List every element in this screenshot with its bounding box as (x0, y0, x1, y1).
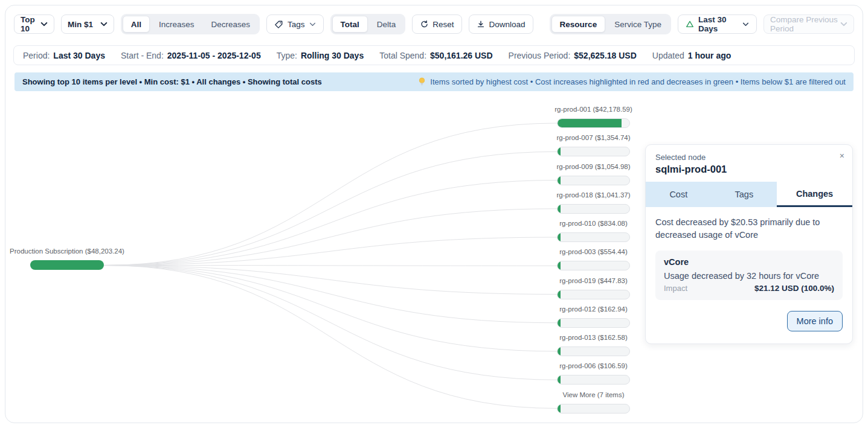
chart-node-label: rg-prod-018 ($1,041.37) (556, 191, 630, 199)
change-filter-toggle: All Increases Decreases (121, 14, 260, 34)
chart-node-fill (558, 290, 561, 299)
close-icon[interactable]: × (840, 152, 844, 160)
banner-hint: Items sorted by highest cost • Cost incr… (418, 77, 846, 86)
chart-node-bar[interactable] (557, 147, 630, 156)
chart-node-label: rg-prod-012 ($162.94) (559, 305, 628, 313)
filter-increases-option[interactable]: Increases (151, 16, 202, 33)
chart-node[interactable]: View More (7 items) (557, 404, 630, 414)
chart-node[interactable]: rg-prod-012 ($162.94) (557, 318, 630, 328)
lightbulb-icon (418, 77, 426, 86)
info-banner: Showing top 10 items per level • Min cos… (14, 72, 854, 91)
panel-header: Selected node sqlmi-prod-001 × (646, 145, 852, 182)
min-cost-select[interactable]: Min $1 (61, 14, 114, 34)
panel-tab-bar: Cost Tags Changes (646, 182, 852, 207)
chart-node-bar[interactable] (557, 176, 630, 185)
compare-value: Compare Previous Period (770, 15, 840, 33)
filter-decreases-option[interactable]: Decreases (203, 16, 258, 33)
type-item: Type: Rolling 30 Days (277, 51, 364, 60)
chart-node-bar[interactable] (557, 375, 630, 385)
chart-node-fill (558, 176, 561, 185)
root-node-bar[interactable] (30, 260, 104, 270)
filter-all-option[interactable]: All (123, 16, 150, 33)
total-spend-item: Total Spend: $50,161.26 USD (379, 51, 492, 60)
chart-node-label: rg-prod-019 ($447.83) (559, 277, 628, 284)
root-node-label: Production Subscription ($48,203.24) (10, 248, 124, 255)
impact-row: Impact $21.12 USD (100.0%) (664, 284, 834, 293)
updated-item: Updated 1 hour ago (652, 51, 731, 60)
chart-node-fill (558, 319, 561, 327)
start-end-item: Start - End: 2025-11-05 - 2025-12-05 (121, 51, 261, 60)
top-n-select[interactable]: Top 10 (14, 14, 54, 34)
compare-previous-period-select[interactable]: Compare Previous Period (764, 14, 854, 34)
reset-icon (420, 20, 428, 28)
panel-body: Cost decreased by $20.53 primarily due t… (646, 207, 852, 343)
chart-node-label: rg-prod-007 ($1,354.74) (556, 134, 630, 141)
selected-node-label: Selected node (655, 153, 843, 162)
total-spend-value: $50,161.26 USD (430, 51, 493, 60)
total-option[interactable]: Total (332, 16, 368, 33)
tab-cost[interactable]: Cost (646, 182, 712, 207)
chart-node[interactable]: rg-prod-001 ($42,178.59) (557, 118, 630, 128)
period-label: Last 30 Days (698, 15, 738, 33)
chart-node-fill (558, 147, 561, 156)
chart-node[interactable]: rg-prod-009 ($1,054.98) (557, 176, 630, 185)
chart-node-bar[interactable] (557, 290, 630, 299)
type-value: Rolling 30 Days (301, 51, 364, 60)
chart-node-bar[interactable] (557, 232, 630, 242)
chart-node[interactable]: rg-prod-018 ($1,041.37) (557, 204, 630, 214)
chevron-down-icon (840, 21, 847, 28)
more-info-button[interactable]: More info (787, 311, 843, 331)
selected-node-name: sqlmi-prod-001 (655, 164, 843, 175)
tab-changes[interactable]: Changes (777, 182, 852, 207)
chart-node-label: rg-prod-010 ($834.08) (559, 220, 628, 227)
chart-node[interactable]: rg-prod-006 ($106.59) (557, 375, 630, 385)
start-end-value: 2025-11-05 - 2025-12-05 (167, 51, 261, 60)
chart-node[interactable]: rg-prod-007 ($1,354.74) (557, 147, 630, 156)
change-metric-title: vCore (664, 257, 834, 267)
impact-value: $21.12 USD (100.0%) (754, 284, 834, 293)
total-delta-toggle: Total Delta (330, 14, 406, 34)
resource-option[interactable]: Resource (551, 16, 606, 33)
type-label: Type: (277, 51, 297, 60)
tag-icon (274, 20, 283, 29)
service-type-option[interactable]: Service Type (606, 16, 669, 33)
group-by-toggle: Resource Service Type (550, 14, 671, 34)
download-icon (477, 20, 485, 28)
chart-node-bar[interactable] (557, 347, 630, 356)
chart-node-bar[interactable] (557, 118, 630, 128)
chevron-down-icon (309, 21, 316, 28)
delta-triangle-icon (686, 20, 694, 28)
chart-node-bar[interactable] (557, 204, 630, 214)
chart-node[interactable]: rg-prod-010 ($834.08) (557, 232, 630, 242)
tags-dropdown-button[interactable]: Tags (266, 14, 324, 34)
delta-option[interactable]: Delta (369, 16, 404, 33)
chart-node-bar[interactable] (557, 261, 630, 270)
chevron-down-icon (40, 21, 48, 28)
chart-node-bar[interactable] (557, 404, 630, 414)
chart-node-label: rg-prod-003 ($554.44) (559, 248, 628, 255)
min-cost-value: Min $1 (68, 20, 93, 29)
reset-label: Reset (432, 20, 454, 29)
period-summary-bar: Period: Last 30 Days Start - End: 2025-1… (13, 45, 855, 65)
banner-filters-text: Showing top 10 items per level • Min cos… (22, 77, 322, 86)
period-label: Period: (23, 51, 50, 60)
selected-node-panel: Selected node sqlmi-prod-001 × Cost Tags… (645, 144, 853, 344)
chart-node-label: rg-prod-006 ($106.59) (559, 362, 628, 369)
download-button[interactable]: Download (469, 14, 533, 34)
chart-node[interactable]: rg-prod-013 ($162.58) (557, 347, 630, 356)
chart-node-bar[interactable] (557, 318, 630, 328)
updated-value: 1 hour ago (688, 51, 731, 60)
reset-button[interactable]: Reset (412, 14, 461, 34)
period-dropdown-button[interactable]: Last 30 Days (678, 14, 757, 34)
updated-label: Updated (652, 51, 684, 60)
chart-node[interactable]: rg-prod-003 ($554.44) (557, 261, 630, 270)
period-item: Period: Last 30 Days (23, 51, 105, 60)
chevron-down-icon (100, 21, 108, 28)
chart-root-node[interactable]: Production Subscription ($48,203.24) (30, 260, 104, 270)
chart-node-label: rg-prod-001 ($42,178.59) (555, 106, 632, 113)
chart-node-label: rg-prod-013 ($162.58) (559, 334, 628, 341)
previous-period-item: Previous Period: $52,625.18 USD (509, 51, 637, 60)
tab-tags[interactable]: Tags (712, 182, 777, 207)
download-label: Download (489, 20, 526, 29)
chart-node[interactable]: rg-prod-019 ($447.83) (557, 290, 630, 299)
